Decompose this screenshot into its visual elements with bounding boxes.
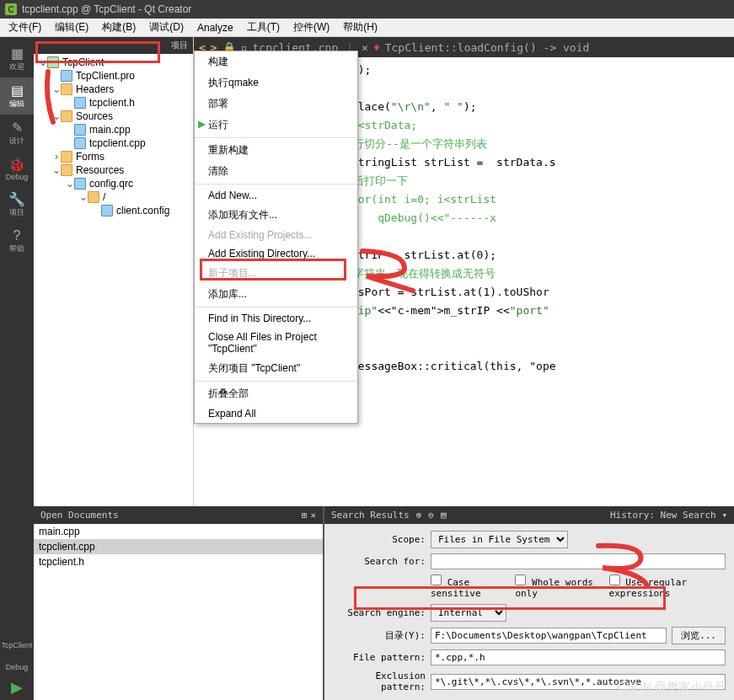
project-tree[interactable]: ⌄TcpClientTcpClient.pro⌄Headerstcpclient… — [34, 54, 193, 219]
mode-欢迎[interactable]: ▦欢迎 — [0, 40, 34, 77]
mode-编辑[interactable]: ▤编辑 — [0, 77, 34, 115]
menu-item[interactable]: Add Existing Directory... — [195, 244, 357, 263]
menu-item[interactable]: 折叠全部 — [195, 383, 357, 404]
open-doc-item[interactable]: tcpclient.cpp — [34, 539, 323, 554]
menu-item[interactable]: Expand All — [195, 404, 357, 423]
project-pane: 项目 ⌄TcpClientTcpClient.pro⌄Headerstcpcli… — [34, 37, 194, 506]
dir-input[interactable] — [431, 628, 667, 644]
config-TcpClient[interactable]: TcpClient — [0, 638, 34, 653]
split-icon[interactable]: ⊞ — [302, 510, 308, 521]
pattern-input[interactable] — [431, 649, 726, 665]
mode-项目[interactable]: 🔧项目 — [0, 186, 34, 223]
menu-item[interactable]: 重新构建 — [195, 140, 357, 161]
wholeword-checkbox[interactable]: Whole words only — [515, 574, 600, 599]
menu-item[interactable]: 帮助(H) — [338, 19, 383, 36]
close-panel-icon[interactable]: ✕ — [310, 510, 316, 521]
menu-item: 新子项目... — [195, 263, 357, 284]
expand-icon[interactable]: ⊕ — [416, 510, 422, 521]
menu-item[interactable]: 构建 — [195, 51, 357, 72]
tree-node[interactable]: client.config — [34, 204, 193, 217]
menu-item[interactable]: ▶运行 — [195, 115, 357, 136]
regex-checkbox[interactable]: Use regular expressions — [609, 574, 726, 599]
mode-设计[interactable]: ✎设计 — [0, 115, 34, 152]
browse-button[interactable]: 浏览... — [672, 627, 726, 644]
func-icon: ♦ — [373, 41, 380, 54]
menu-bar: 文件(F)编辑(E)构建(B)调试(D)Analyze工具(T)控件(W)帮助(… — [0, 19, 734, 37]
menu-item[interactable]: 关闭项目 "TcpClient" — [195, 358, 357, 379]
chevron-down-icon[interactable]: ▾ — [721, 510, 727, 521]
search-results-panel: Search Results ⊕ ⊖ ▤ History: New Search… — [324, 506, 734, 700]
tree-node[interactable]: tcpclient.h — [34, 96, 193, 110]
history-value[interactable]: New Search — [661, 510, 716, 521]
tree-node[interactable]: ⌄/ — [34, 190, 193, 204]
tree-node[interactable]: ⌄Sources — [34, 110, 193, 123]
filter-icon[interactable]: ▤ — [441, 510, 447, 521]
scope-select[interactable]: Files in File System — [431, 531, 568, 548]
open-doc-item[interactable]: tcpclient.h — [34, 554, 323, 569]
engine-select[interactable]: Internal — [431, 604, 506, 622]
excl-label: Exclusion pattern: — [333, 671, 426, 692]
app-logo-icon: C — [5, 3, 17, 15]
tree-node[interactable]: tcpclient.cpp — [34, 136, 193, 150]
scope-label: Scope: — [333, 534, 426, 545]
dir-label: 目录(Y): — [333, 629, 426, 642]
mode-Debug[interactable]: 🐞Debug — [0, 152, 34, 186]
menu-item[interactable]: 执行qmake — [195, 72, 357, 94]
engine-label: Search engine: — [333, 607, 426, 618]
context-menu[interactable]: 构建执行qmake部署▶运行重新构建清除Add New...添加现有文件...A… — [194, 51, 358, 424]
menu-item[interactable]: 工具(T) — [242, 19, 285, 36]
menu-item[interactable]: 添加库... — [195, 284, 357, 305]
open-documents-panel: Open Documents ⊞ ✕ main.cpptcpclient.cpp… — [34, 506, 324, 700]
run-button[interactable]: ▶ — [0, 675, 34, 700]
menu-item[interactable]: 添加现有文件... — [195, 205, 357, 226]
search-for-input[interactable] — [431, 553, 726, 569]
collapse-icon[interactable]: ⊖ — [428, 510, 434, 521]
title-bar: C tcpclient.cpp @ TcpClient - Qt Creator — [0, 0, 734, 19]
mode-帮助[interactable]: ?帮助 — [0, 223, 34, 259]
open-doc-item[interactable]: main.cpp — [34, 524, 323, 539]
tree-node[interactable]: main.cpp — [34, 123, 193, 136]
watermark: CSDN @樊家小丹丹 — [618, 680, 726, 695]
menu-item[interactable]: 调试(D) — [144, 19, 189, 36]
tree-node[interactable]: TcpClient.pro — [34, 69, 193, 83]
menu-item[interactable]: 构建(B) — [97, 19, 141, 36]
config-Debug[interactable]: Debug — [0, 660, 34, 675]
breadcrumb[interactable]: TcpClient::loadConfig() -> void — [385, 41, 590, 54]
tree-node[interactable]: ⌄Resources — [34, 163, 193, 177]
menu-item[interactable]: 控件(W) — [288, 19, 335, 36]
open-docs-title: Open Documents — [40, 510, 119, 521]
open-docs-list[interactable]: main.cpptcpclient.cpptcpclient.h — [34, 524, 323, 700]
menu-item[interactable]: Find in This Directory... — [195, 309, 357, 328]
mode-sidebar: ▦欢迎▤编辑✎设计🐞Debug🔧项目?帮助TcpClientDebug▶ — [0, 37, 34, 700]
case-checkbox[interactable]: Case sensitive — [431, 574, 506, 599]
menu-item[interactable]: 清除 — [195, 161, 357, 182]
menu-item[interactable]: 文件(F) — [3, 19, 46, 36]
menu-item[interactable]: Add New... — [195, 186, 357, 205]
close-tab-icon[interactable]: ✕ — [362, 41, 368, 54]
menu-item[interactable]: Close All Files in Project "TcpClient" — [195, 328, 357, 358]
tree-node[interactable]: ⌄TcpClient — [34, 56, 193, 69]
history-label: History: — [610, 510, 655, 521]
menu-item[interactable]: 部署 — [195, 94, 357, 115]
menu-item: Add Existing Projects... — [195, 226, 357, 244]
menu-item[interactable]: Analyze — [192, 20, 238, 35]
window-title: tcpclient.cpp @ TcpClient - Qt Creator — [22, 3, 191, 15]
pattern-label: File pattern: — [333, 652, 426, 663]
search-for-label: Search for: — [333, 556, 426, 567]
tree-node[interactable]: ›Forms — [34, 150, 193, 163]
menu-item[interactable]: 编辑(E) — [50, 19, 94, 36]
project-header: 项目 — [34, 37, 193, 54]
tree-node[interactable]: ⌄Headers — [34, 83, 193, 96]
tree-node[interactable]: ⌄config.qrc — [34, 177, 193, 190]
config-[interactable] — [0, 653, 34, 660]
search-panel-title: Search Results — [331, 510, 410, 521]
